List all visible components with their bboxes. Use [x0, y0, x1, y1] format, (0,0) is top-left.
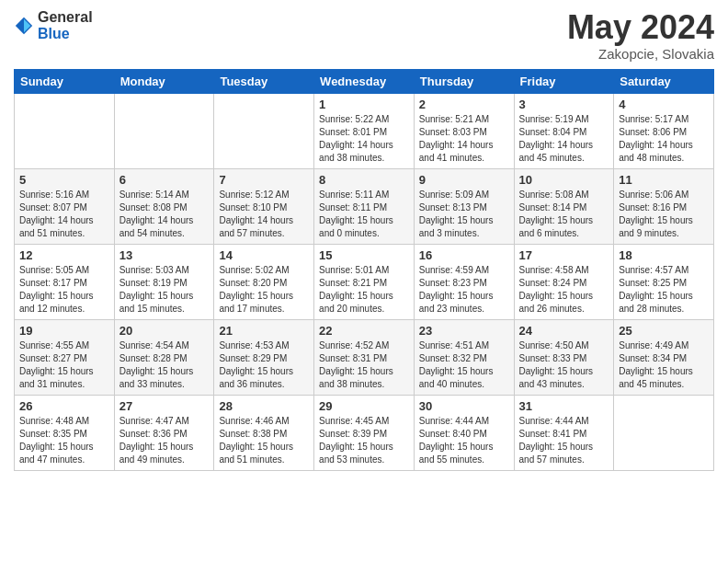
day-info-line: Daylight: 15 hours — [219, 290, 309, 303]
day-cell: 7Sunrise: 5:12 AMSunset: 8:10 PMDaylight… — [214, 168, 314, 244]
day-info-line: Sunset: 8:21 PM — [319, 277, 409, 290]
logo-text: General Blue — [38, 9, 93, 41]
week-row-4: 19Sunrise: 4:55 AMSunset: 8:27 PMDayligh… — [15, 319, 714, 395]
day-info-line: and 33 minutes. — [119, 378, 210, 391]
day-number: 5 — [19, 173, 109, 187]
day-cell: 13Sunrise: 5:03 AMSunset: 8:19 PMDayligh… — [114, 244, 214, 319]
day-info-line: and 40 minutes. — [419, 378, 509, 391]
day-cell: 31Sunrise: 4:44 AMSunset: 8:41 PMDayligh… — [514, 395, 614, 470]
day-info-line: and 57 minutes. — [519, 454, 609, 466]
day-info-line: and 15 minutes. — [119, 303, 210, 316]
day-cell: 27Sunrise: 4:47 AMSunset: 8:36 PMDayligh… — [114, 395, 214, 470]
day-info-line: Sunrise: 4:49 AM — [619, 339, 709, 352]
day-cell: 25Sunrise: 4:49 AMSunset: 8:34 PMDayligh… — [614, 319, 714, 395]
page: General Blue May 2024 Zakopcie, Slovakia… — [0, 0, 728, 563]
day-info-line: Sunset: 8:39 PM — [319, 428, 409, 441]
day-info-line: Daylight: 15 hours — [619, 214, 709, 227]
day-cell: 16Sunrise: 4:59 AMSunset: 8:23 PMDayligh… — [414, 244, 514, 319]
day-info-line: Daylight: 15 hours — [519, 441, 609, 454]
day-cell — [114, 93, 214, 168]
day-info-line: Daylight: 15 hours — [619, 290, 709, 303]
day-info-line: Sunset: 8:07 PM — [19, 201, 109, 214]
day-info-line: Sunset: 8:33 PM — [519, 352, 609, 365]
day-number: 17 — [519, 248, 609, 262]
day-info-line: and 0 minutes. — [319, 227, 409, 240]
day-info-line: Sunset: 8:19 PM — [119, 277, 210, 290]
day-cell: 10Sunrise: 5:08 AMSunset: 8:14 PMDayligh… — [514, 168, 614, 244]
day-info-line: Daylight: 15 hours — [219, 365, 309, 378]
day-info-line: Daylight: 15 hours — [619, 365, 709, 378]
day-info-line: Sunrise: 5:12 AM — [219, 189, 309, 201]
day-number: 6 — [119, 173, 210, 187]
day-info-line: Sunset: 8:23 PM — [419, 277, 509, 290]
day-info-line: and 38 minutes. — [319, 152, 409, 165]
col-tuesday: Tuesday — [214, 69, 314, 93]
day-number: 18 — [619, 248, 709, 262]
day-number: 3 — [519, 98, 609, 111]
day-info-line: Sunset: 8:41 PM — [519, 428, 609, 441]
day-info-line: Sunset: 8:24 PM — [519, 277, 609, 290]
day-info-line: Daylight: 14 hours — [419, 139, 509, 152]
day-info-line: Daylight: 14 hours — [519, 139, 609, 152]
day-info-line: and 3 minutes. — [419, 227, 509, 240]
day-info-line: Daylight: 15 hours — [19, 365, 109, 378]
day-cell — [614, 395, 714, 470]
day-cell: 2Sunrise: 5:21 AMSunset: 8:03 PMDaylight… — [414, 93, 514, 168]
title-block: May 2024 Zakopcie, Slovakia — [567, 9, 714, 62]
day-cell — [15, 93, 115, 168]
day-info-line: Sunrise: 4:47 AM — [119, 415, 210, 428]
day-info-line: and 54 minutes. — [119, 227, 210, 240]
day-info-line: Daylight: 15 hours — [319, 365, 409, 378]
day-info-line: and 41 minutes. — [419, 152, 509, 165]
day-cell: 14Sunrise: 5:02 AMSunset: 8:20 PMDayligh… — [214, 244, 314, 319]
day-info-line: Sunrise: 4:52 AM — [319, 339, 409, 352]
day-info-line: and 51 minutes. — [219, 454, 309, 466]
day-info-line: Sunrise: 5:09 AM — [419, 189, 509, 201]
day-info-line: Sunset: 8:28 PM — [119, 352, 210, 365]
logo-icon — [14, 16, 34, 36]
day-info-line: and 12 minutes. — [19, 303, 109, 316]
day-info-line: Daylight: 14 hours — [19, 214, 109, 227]
day-info-line: Sunrise: 4:48 AM — [19, 415, 109, 428]
day-info-line: Sunset: 8:31 PM — [319, 352, 409, 365]
day-info-line: and 48 minutes. — [619, 152, 709, 165]
week-row-2: 5Sunrise: 5:16 AMSunset: 8:07 PMDaylight… — [15, 168, 714, 244]
day-info-line: Sunrise: 4:55 AM — [19, 339, 109, 352]
day-info-line: Sunset: 8:38 PM — [219, 428, 309, 441]
day-info-line: Sunrise: 4:45 AM — [319, 415, 409, 428]
day-info-line: and 43 minutes. — [519, 378, 609, 391]
day-info-line: Sunset: 8:25 PM — [619, 277, 709, 290]
day-cell: 1Sunrise: 5:22 AMSunset: 8:01 PMDaylight… — [314, 93, 415, 168]
day-cell: 5Sunrise: 5:16 AMSunset: 8:07 PMDaylight… — [15, 168, 115, 244]
day-cell: 4Sunrise: 5:17 AMSunset: 8:06 PMDaylight… — [614, 93, 714, 168]
day-number: 8 — [319, 173, 409, 187]
day-info-line: Daylight: 15 hours — [319, 214, 409, 227]
day-info-line: Sunrise: 4:59 AM — [419, 264, 509, 277]
day-info-line: Daylight: 15 hours — [19, 441, 109, 454]
day-cell: 28Sunrise: 4:46 AMSunset: 8:38 PMDayligh… — [214, 395, 314, 470]
day-info-line: Sunrise: 4:44 AM — [419, 415, 509, 428]
day-info-line: and 23 minutes. — [419, 303, 509, 316]
day-number: 26 — [19, 399, 109, 413]
col-monday: Monday — [114, 69, 214, 93]
day-cell: 3Sunrise: 5:19 AMSunset: 8:04 PMDaylight… — [514, 93, 614, 168]
day-info-line: Daylight: 15 hours — [519, 214, 609, 227]
day-info-line: Sunrise: 4:51 AM — [419, 339, 509, 352]
day-number: 1 — [319, 98, 409, 111]
day-info-line: Sunrise: 4:54 AM — [119, 339, 210, 352]
logo: General Blue — [14, 9, 93, 41]
day-info-line: and 31 minutes. — [19, 378, 109, 391]
day-info-line: and 55 minutes. — [419, 454, 509, 466]
day-number: 24 — [519, 324, 609, 338]
day-number: 16 — [419, 248, 509, 262]
day-cell: 22Sunrise: 4:52 AMSunset: 8:31 PMDayligh… — [314, 319, 415, 395]
day-number: 12 — [19, 248, 109, 262]
day-number: 25 — [619, 324, 709, 338]
day-cell: 11Sunrise: 5:06 AMSunset: 8:16 PMDayligh… — [614, 168, 714, 244]
day-number: 22 — [319, 324, 409, 338]
day-cell: 29Sunrise: 4:45 AMSunset: 8:39 PMDayligh… — [314, 395, 415, 470]
day-info-line: Sunrise: 5:03 AM — [119, 264, 210, 277]
day-info-line: Sunrise: 4:58 AM — [519, 264, 609, 277]
day-info-line: and 45 minutes. — [619, 378, 709, 391]
col-thursday: Thursday — [414, 69, 514, 93]
